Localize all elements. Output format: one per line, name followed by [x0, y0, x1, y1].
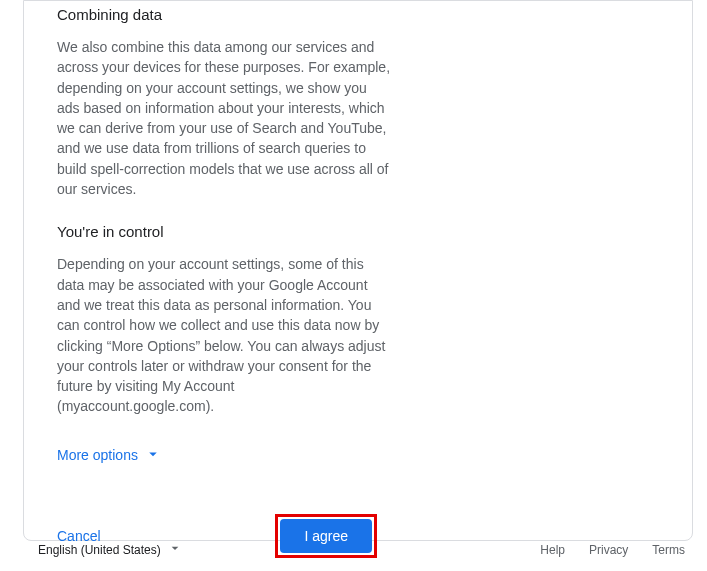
dropdown-arrow-icon	[161, 540, 183, 559]
in-control-body: Depending on your account settings, some…	[57, 254, 392, 416]
terms-link[interactable]: Terms	[652, 543, 685, 557]
page-footer: English (United States) Help Privacy Ter…	[38, 540, 685, 559]
consent-card: Combining data We also combine this data…	[23, 0, 693, 541]
combining-data-heading: Combining data	[57, 6, 392, 23]
footer-links: Help Privacy Terms	[540, 543, 685, 557]
help-link[interactable]: Help	[540, 543, 565, 557]
content-column: Combining data We also combine this data…	[57, 6, 392, 558]
privacy-link[interactable]: Privacy	[589, 543, 628, 557]
language-label: English (United States)	[38, 543, 161, 557]
chevron-down-icon	[138, 445, 162, 466]
more-options-label: More options	[57, 447, 138, 463]
more-options-button[interactable]: More options	[57, 445, 162, 466]
language-selector[interactable]: English (United States)	[38, 540, 183, 559]
combining-data-body: We also combine this data among our serv…	[57, 37, 392, 199]
in-control-heading: You're in control	[57, 223, 392, 240]
